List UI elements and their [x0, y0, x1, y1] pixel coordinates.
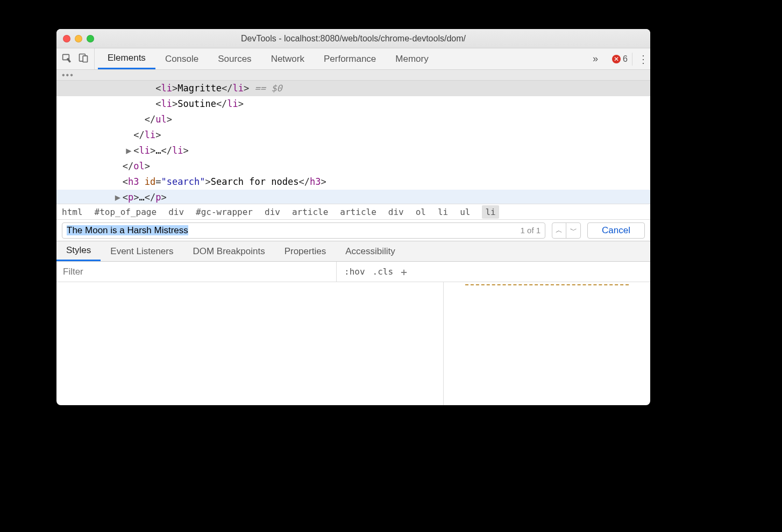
error-count: 6 — [623, 54, 628, 64]
search-count: 1 of 1 — [516, 226, 545, 235]
dom-line[interactable]: <h3 id="search">Search for nodes</h3> — [56, 174, 650, 190]
bottom-tab-dom-breakpoints[interactable]: DOM Breakpoints — [183, 241, 274, 261]
breadcrumb-item[interactable]: div — [265, 207, 280, 217]
device-toolbar-icon[interactable] — [78, 53, 89, 66]
styles-filter-bar: :hov .cls + — [56, 262, 650, 282]
tab-console[interactable]: Console — [155, 48, 208, 69]
dom-line[interactable]: ▶<p>…</p> — [56, 190, 650, 204]
bottom-tabs: StylesEvent ListenersDOM BreakpointsProp… — [56, 241, 650, 262]
breadcrumb: html#top_of_pagediv#gc-wrapperdivarticle… — [56, 204, 650, 220]
search-nav: ︿ ﹀ — [552, 222, 581, 239]
inspect-icon[interactable] — [62, 53, 73, 66]
svg-rect-2 — [83, 55, 87, 62]
titlebar: DevTools - localhost:8080/web/tools/chro… — [56, 29, 650, 48]
tab-memory[interactable]: Memory — [386, 48, 438, 69]
dom-line[interactable]: </ul> — [56, 112, 650, 127]
box-model-placeholder — [465, 284, 629, 285]
bottom-tab-properties[interactable]: Properties — [275, 241, 336, 261]
error-icon: ✕ — [612, 55, 621, 63]
breadcrumb-item[interactable]: div — [168, 207, 184, 217]
breadcrumb-item[interactable]: ol — [416, 207, 426, 217]
search-input[interactable]: The Moon is a Harsh Mistress — [62, 225, 516, 236]
search-bar: The Moon is a Harsh Mistress 1 of 1 ︿ ﹀ … — [56, 220, 650, 241]
more-tabs-icon[interactable]: » — [583, 53, 608, 64]
error-badge[interactable]: ✕ 6 — [612, 54, 628, 64]
breadcrumb-item[interactable]: ul — [460, 207, 470, 217]
dom-line[interactable]: ▶<li>…</li> — [56, 143, 650, 159]
class-toggle[interactable]: .cls — [373, 267, 394, 277]
breadcrumb-item[interactable]: article — [340, 207, 376, 217]
cancel-button[interactable]: Cancel — [587, 222, 645, 239]
search-box: The Moon is a Harsh Mistress 1 of 1 — [62, 222, 545, 239]
bottom-tab-styles[interactable]: Styles — [56, 241, 101, 261]
dom-line[interactable]: </li> — [56, 127, 650, 143]
dom-line[interactable]: <li>Magritte</li> == $0 — [56, 81, 650, 96]
dom-line[interactable]: <li>Soutine</li> — [56, 96, 650, 112]
dom-tree[interactable]: <li>Magritte</li> == $0 <li>Soutine</li>… — [56, 81, 650, 204]
tab-sources[interactable]: Sources — [208, 48, 261, 69]
tab-network[interactable]: Network — [261, 48, 314, 69]
devtools-window: DevTools - localhost:8080/web/tools/chro… — [56, 29, 650, 405]
main-toolbar: ElementsConsoleSourcesNetworkPerformance… — [56, 48, 650, 70]
overflow-indicator: ••• — [56, 70, 650, 81]
breadcrumb-item[interactable]: #gc-wrapper — [196, 207, 253, 217]
search-prev-icon[interactable]: ︿ — [552, 223, 566, 238]
tab-performance[interactable]: Performance — [314, 48, 386, 69]
bottom-tab-accessibility[interactable]: Accessibility — [336, 241, 405, 261]
breadcrumb-item[interactable]: html — [62, 207, 83, 217]
breadcrumb-item[interactable]: #top_of_page — [95, 207, 157, 217]
new-style-rule-icon[interactable]: + — [401, 265, 407, 278]
window-title: DevTools - localhost:8080/web/tools/chro… — [56, 34, 650, 44]
breadcrumb-item[interactable]: li — [482, 205, 499, 219]
hover-state-toggle[interactable]: :hov — [344, 267, 365, 277]
breadcrumb-item[interactable]: div — [388, 207, 404, 217]
styles-filter-input[interactable] — [56, 262, 336, 282]
search-next-icon[interactable]: ﹀ — [566, 223, 580, 238]
settings-menu-icon[interactable]: ⋮ — [632, 53, 644, 66]
bottom-tab-event-listeners[interactable]: Event Listeners — [101, 241, 183, 261]
styles-pane — [56, 282, 650, 405]
breadcrumb-item[interactable]: li — [438, 207, 448, 217]
breadcrumb-item[interactable]: article — [292, 207, 328, 217]
tab-elements[interactable]: Elements — [98, 48, 155, 69]
dom-line[interactable]: </ol> — [56, 159, 650, 174]
